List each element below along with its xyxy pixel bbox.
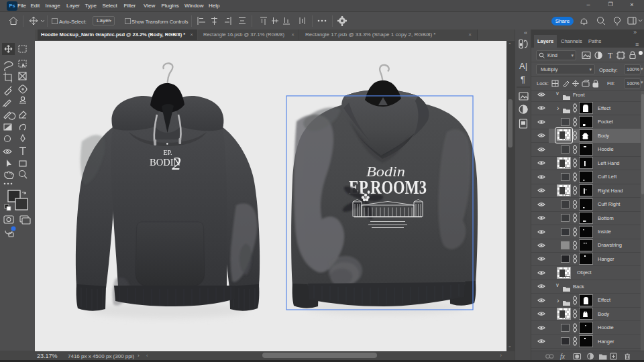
svg-text:fx: fx <box>560 353 566 360</box>
svg-text:¶: ¶ <box>521 74 525 84</box>
svg-text:2: 2 <box>172 154 181 174</box>
svg-text:T: T <box>608 51 613 60</box>
svg-text:A|: A| <box>519 61 527 71</box>
svg-text:EP.: EP. <box>163 149 172 156</box>
